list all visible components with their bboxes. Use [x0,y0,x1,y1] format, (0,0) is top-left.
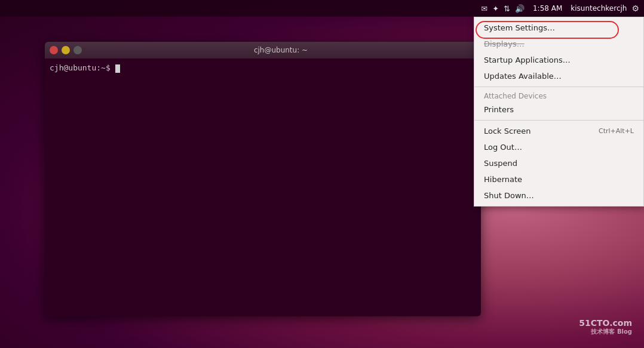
bluetooth-icon[interactable]: ✦ [492,4,499,13]
email-icon[interactable]: ✉ [481,4,487,13]
watermark-site: 51CTO.com [579,318,632,328]
network-icon[interactable]: ⇅ [504,4,510,13]
menu-section-attached-devices: Attached Devices [474,90,643,101]
terminal-titlebar: cjh@ubuntu: ~ [45,42,481,58]
window-minimize-button[interactable] [62,46,70,54]
menu-item-log-out[interactable]: Log Out… [474,139,643,155]
menu-item-suspend[interactable]: Suspend [474,155,643,171]
menu-item-displays[interactable]: Displays… [474,36,643,52]
terminal-title: cjh@ubuntu: ~ [85,46,476,54]
panel-icons: ✉ ✦ ⇅ 🔊 1:58 AM kisuntechkercjh ⚙ [481,4,639,13]
panel-gear-icon[interactable]: ⚙ [631,4,639,13]
menu-separator-1 [474,87,643,87]
panel-user[interactable]: kisuntechkercjh [571,4,627,13]
terminal-body[interactable]: cjh@ubuntu:~$ [45,58,481,316]
menu-label-lock-screen: Lock Screen [484,127,530,135]
menu-item-lock-screen[interactable]: Lock Screen Ctrl+Alt+L [474,123,643,139]
menu-item-updates[interactable]: Updates Available… [474,68,643,84]
terminal-prompt: cjh@ubuntu:~$ [50,63,111,72]
menu-separator-2 [474,120,643,121]
panel-time: 1:58 AM [533,4,562,13]
menu-label-hibernate: Hibernate [484,175,522,184]
menu-label-printers: Printers [484,105,514,114]
top-panel: ✉ ✦ ⇅ 🔊 1:58 AM kisuntechkercjh ⚙ [0,0,644,17]
menu-label-displays: Displays… [484,39,525,48]
terminal-cursor [115,64,120,73]
terminal-window: cjh@ubuntu: ~ cjh@ubuntu:~$ [45,42,481,316]
menu-label-shut-down: Shut Down… [484,191,534,200]
menu-item-system-settings[interactable]: System Settings… [474,20,643,36]
menu-label-startup-apps: Startup Applications… [484,56,571,64]
menu-item-startup-apps[interactable]: Startup Applications… [474,52,643,68]
system-dropdown-menu: System Settings… Displays… Startup Appli… [474,17,644,207]
volume-icon[interactable]: 🔊 [515,4,525,13]
menu-label-suspend: Suspend [484,159,517,168]
window-close-button[interactable] [50,46,58,54]
menu-label-log-out: Log Out… [484,143,522,152]
watermark: 51CTO.com 技术博客 Blog [579,318,632,336]
menu-shortcut-lock-screen: Ctrl+Alt+L [599,127,634,135]
window-maximize-button[interactable] [73,46,82,54]
menu-item-printers[interactable]: Printers [474,101,643,118]
menu-item-shut-down[interactable]: Shut Down… [474,187,643,204]
watermark-sub: 技术博客 Blog [579,328,632,336]
menu-label-updates: Updates Available… [484,72,562,81]
menu-item-hibernate[interactable]: Hibernate [474,171,643,187]
menu-label-system-settings: System Settings… [484,23,555,32]
